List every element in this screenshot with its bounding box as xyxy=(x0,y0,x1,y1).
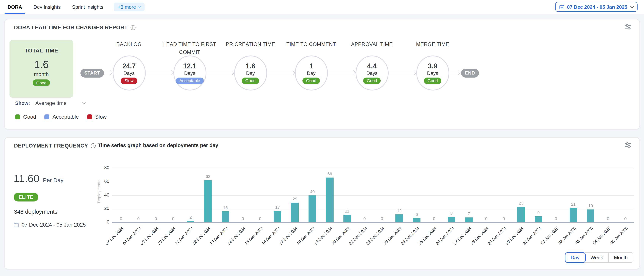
filter-settings-icon[interactable] xyxy=(624,24,632,30)
stage-value: 1.6 xyxy=(246,62,255,70)
show-label: Show: xyxy=(15,100,30,106)
stage-title: TIME TO COMMENT xyxy=(281,40,342,48)
toggle-month[interactable]: Month xyxy=(609,253,633,262)
stage-circle: 1.6DayGood xyxy=(234,56,267,90)
deployments-total: 348 deployments xyxy=(14,208,58,215)
deploy-rate-unit: Per Day xyxy=(43,177,64,183)
bar-value-label: 0 xyxy=(426,216,442,221)
stage-circle: 4.4DaysGood xyxy=(356,56,388,90)
report-tabs: DORADev InsightsSprint Insights+3 more xyxy=(7,0,145,14)
deploy-rate-value: 11.60 xyxy=(14,173,40,185)
legend-label: Slow xyxy=(95,114,107,120)
total-time-value: 1.6 xyxy=(34,59,49,70)
status-badge: Good xyxy=(302,77,320,84)
top-navigation-bar: DORADev InsightsSprint Insights+3 more 0… xyxy=(0,0,644,14)
bar xyxy=(344,215,351,222)
bar xyxy=(535,216,542,222)
bar-value-label: 16 xyxy=(218,205,233,210)
total-status-badge: Good xyxy=(32,79,50,86)
tabs-more-label: +3 more xyxy=(118,4,136,10)
toggle-week[interactable]: Week xyxy=(585,253,609,262)
chevron-down-icon xyxy=(630,4,634,8)
flow-arrow xyxy=(146,73,173,73)
tab-dev-insights[interactable]: Dev Insights xyxy=(33,0,62,14)
deployments-bar-chart: 020406080007 Dec 2024008 Dec 2024009 Dec… xyxy=(112,168,634,222)
stage-title: BACKLOG xyxy=(99,40,160,48)
x-axis-baseline xyxy=(112,222,634,223)
flow-arrow xyxy=(98,73,112,73)
stage-title: MERGE TIME xyxy=(402,40,463,48)
gridline xyxy=(112,209,634,209)
tab-sprint-insights[interactable]: Sprint Insights xyxy=(71,0,104,14)
show-dropdown-value: Average time xyxy=(35,100,66,106)
y-axis-tick: 60 xyxy=(97,179,109,184)
tab-dora[interactable]: DORA xyxy=(7,0,23,14)
filter-settings-icon[interactable] xyxy=(624,142,632,148)
stage-circle: 24.7DaysSlow xyxy=(112,56,146,90)
bar-value-label: 0 xyxy=(548,216,564,221)
bar-value-label: 0 xyxy=(252,216,268,221)
bar-value-label: 0 xyxy=(618,216,633,221)
bar-value-label: 0 xyxy=(357,216,372,221)
bar-value-label: 40 xyxy=(305,189,320,194)
bar-value-label: 2 xyxy=(183,215,198,220)
bar-value-label: 7 xyxy=(461,212,476,216)
bar-value-label: 0 xyxy=(166,216,181,221)
bar xyxy=(517,207,525,222)
bar-value-label: 0 xyxy=(148,216,163,221)
bar xyxy=(308,195,316,222)
lead-time-title: DORA LEAD TIME FOR CHANGES REPORT xyxy=(14,24,128,30)
stage-title: APPROVAL TIME xyxy=(342,40,402,48)
stage-unit: Day xyxy=(307,70,316,76)
legend-item: Slow xyxy=(87,114,107,120)
info-icon[interactable]: i xyxy=(130,25,135,30)
stage-title: PR CREATION TIME xyxy=(220,40,281,48)
bar-value-label: 12 xyxy=(392,208,407,213)
stage-value: 3.9 xyxy=(428,62,437,70)
status-badge: Good xyxy=(424,77,442,84)
gridline xyxy=(112,182,634,182)
bar-value-label: 29 xyxy=(288,197,303,201)
toggle-day[interactable]: Day xyxy=(565,253,585,262)
bar-value-label: 19 xyxy=(583,203,598,208)
total-time-label: TOTAL TIME xyxy=(25,47,58,54)
bar xyxy=(222,212,229,222)
bar-value-label: 9 xyxy=(531,210,546,215)
stage-unit: Days xyxy=(366,70,378,76)
granularity-toggle: DayWeekMonth xyxy=(565,252,633,263)
info-icon[interactable]: i xyxy=(91,143,96,148)
bar xyxy=(396,214,403,222)
bar-value-label: 0 xyxy=(114,216,129,221)
show-dropdown[interactable]: Average time xyxy=(35,100,85,106)
legend-swatch xyxy=(44,114,50,119)
bar-value-label: 0 xyxy=(131,216,146,221)
bar-value-label: 0 xyxy=(235,216,250,221)
flow-arrow xyxy=(388,73,416,73)
date-range-picker[interactable]: 07 Dec 2024 - 05 Jan 2025 xyxy=(555,2,638,12)
status-badge: Good xyxy=(363,77,381,84)
deploy-rate-row: 11.60 Per Day xyxy=(14,173,64,185)
lead-time-card: DORA LEAD TIME FOR CHANGES REPORT i TOTA… xyxy=(4,19,640,129)
bar-value-label: 0 xyxy=(374,216,390,221)
tabs-more-button[interactable]: +3 more xyxy=(114,3,144,11)
bar-value-label: 0 xyxy=(600,216,616,221)
deployment-title-row: DEPLOYMENT FREQUENCY i xyxy=(14,143,96,149)
stage-circle: 1DayGood xyxy=(295,56,328,90)
bar xyxy=(570,208,577,222)
flow-arrow xyxy=(449,73,460,73)
stage-unit: Day xyxy=(246,70,255,76)
y-axis-tick: 0 xyxy=(97,219,109,225)
bar xyxy=(465,218,473,222)
y-axis-tick: 20 xyxy=(97,206,109,211)
lead-time-title-row: DORA LEAD TIME FOR CHANGES REPORT i xyxy=(14,24,135,30)
deployment-title: DEPLOYMENT FREQUENCY xyxy=(14,143,88,149)
calendar-icon xyxy=(559,4,564,9)
flow-arrow xyxy=(206,73,234,73)
legend-swatch xyxy=(87,114,92,119)
chart-subtitle: Time series graph based on deployments p… xyxy=(98,143,218,148)
status-badge: Slow xyxy=(121,77,138,84)
date-range-label: 07 Dec 2024 - 05 Jan 2025 xyxy=(567,4,627,10)
bar-value-label: 8 xyxy=(444,211,459,215)
bar xyxy=(326,178,334,222)
bar xyxy=(448,217,456,222)
